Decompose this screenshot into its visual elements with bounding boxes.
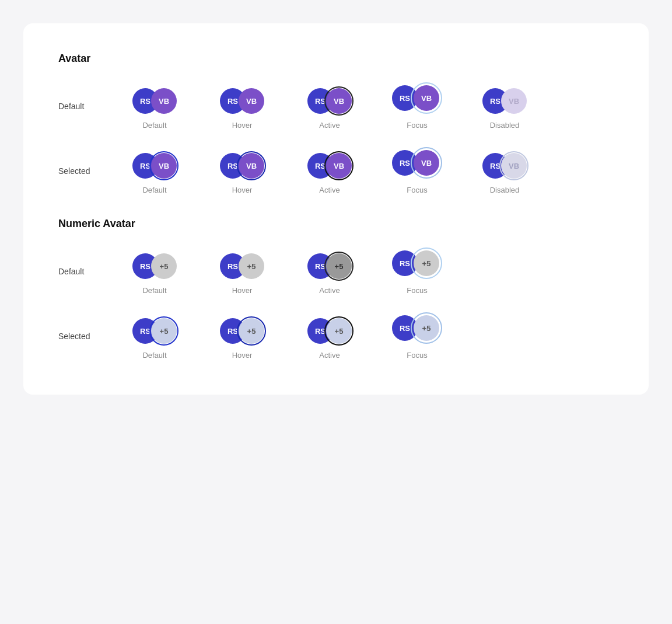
avatar-pair: RS +5 [220,318,264,344]
avatar-numeric: +5 [326,253,352,279]
numeric-selected-states: RS +5 Default RS +5 Hover RS [128,312,443,360]
state-label: Hover [232,286,253,295]
avatar-second: VB [414,150,439,176]
avatar-second: VB [501,88,527,114]
avatar-pair: RS VB [392,82,442,114]
avatar-pair: RS VB [307,88,352,114]
state-label-disabled: Disabled [490,121,520,130]
numeric-selected-active: RS +5 Active [303,318,356,360]
avatar-default-row: Default RS VB Default RS VB Hover [58,82,614,130]
avatar-numeric: +5 [414,315,439,341]
avatar-second: VB [239,153,264,179]
avatar-default-label: Default [58,102,128,111]
page-container: Avatar Default RS VB Default RS VB [23,23,649,395]
avatar-pair: RS +5 [392,247,442,279]
avatar-default-default: RS VB Default [128,88,181,130]
avatar-pair: RS VB [220,153,264,179]
avatar-second: VB [501,153,527,179]
state-label: Focus [407,286,427,295]
avatar-second: VB [151,153,177,179]
avatar-pair: RS VB [307,153,352,179]
avatar-pair: RS VB [482,153,527,179]
state-label: Default [142,286,166,295]
avatar-pair: RS VB [220,88,264,114]
avatar-second: VB [151,88,177,114]
avatar-selected-hover: RS VB Hover [216,153,268,194]
avatar-pair: RS VB [392,147,442,179]
state-label-active: Active [319,121,340,130]
avatar-default-hover: RS VB Hover [216,88,268,130]
state-label: Focus [407,186,427,194]
avatar-pair: RS +5 [307,318,352,344]
numeric-default-focus: RS +5 Focus [391,247,443,295]
avatar-focus-ring: VB [411,147,442,179]
avatar-numeric: +5 [326,318,352,344]
state-label: Focus [407,351,427,360]
avatar-pair: RS +5 [132,253,177,279]
avatar-default-focus: RS VB Focus [391,82,443,130]
numeric-default-active: RS +5 Active [303,253,356,295]
state-label: Disabled [490,186,520,194]
avatar-section-title: Avatar [58,53,614,65]
avatar-selected-disabled: RS VB Disabled [478,153,531,194]
state-label: Active [319,186,340,194]
numeric-default-row: Default RS +5 Default RS +5 Hover [58,247,614,295]
avatar-focus-ring: +5 [411,312,442,344]
avatar-second: VB [326,88,352,114]
state-label: Hover [232,186,253,194]
avatar-second: VB [414,85,439,111]
state-label-hover: Hover [232,121,253,130]
numeric-selected-label: Selected [58,332,128,341]
avatar-pair: RS +5 [132,318,177,344]
avatar-selected-focus: RS VB Focus [391,147,443,194]
numeric-avatar-section-title: Numeric Avatar [58,218,614,230]
avatar-second: VB [326,153,352,179]
avatar-numeric: +5 [414,250,439,276]
avatar-numeric: +5 [239,253,264,279]
state-label: Active [319,286,340,295]
numeric-selected-focus: RS +5 Focus [391,312,443,360]
avatar-pair: RS VB [482,88,527,114]
avatar-pair: RS +5 [307,253,352,279]
state-label: Default [142,351,166,360]
state-label-focus: Focus [407,121,427,130]
avatar-default-states: RS VB Default RS VB Hover RS [128,82,531,130]
state-label: Hover [232,351,253,360]
avatar-numeric: +5 [151,253,177,279]
avatar-focus-ring: VB [411,82,442,114]
avatar-selected-label: Selected [58,166,128,176]
avatar-selected-default: RS VB Default [128,153,181,194]
avatar-numeric: +5 [151,318,177,344]
numeric-default-default: RS +5 Default [128,253,181,295]
numeric-avatar-section: Numeric Avatar Default RS +5 Default RS [58,218,614,360]
avatar-numeric: +5 [239,318,264,344]
avatar-pair: RS +5 [392,312,442,344]
state-label: Default [142,186,166,194]
avatar-pair: RS +5 [220,253,264,279]
avatar-default-disabled: RS VB Disabled [478,88,531,130]
avatar-selected-row: Selected RS VB Default RS VB Hover [58,147,614,194]
numeric-selected-row: Selected RS +5 Default RS +5 Hover [58,312,614,360]
avatar-selected-states: RS VB Default RS VB Hover RS [128,147,531,194]
numeric-default-hover: RS +5 Hover [216,253,268,295]
state-label: Active [319,351,340,360]
avatar-section: Avatar Default RS VB Default RS VB [58,53,614,194]
avatar-default-active: RS VB Active [303,88,356,130]
state-label-default: Default [142,121,166,130]
numeric-default-states: RS +5 Default RS +5 Hover RS [128,247,443,295]
numeric-default-label: Default [58,267,128,276]
numeric-selected-hover: RS +5 Hover [216,318,268,360]
numeric-selected-default: RS +5 Default [128,318,181,360]
avatar-focus-ring: +5 [411,247,442,279]
avatar-pair: RS VB [132,153,177,179]
avatar-selected-active: RS VB Active [303,153,356,194]
avatar-second: VB [239,88,264,114]
avatar-pair: RS VB [132,88,177,114]
